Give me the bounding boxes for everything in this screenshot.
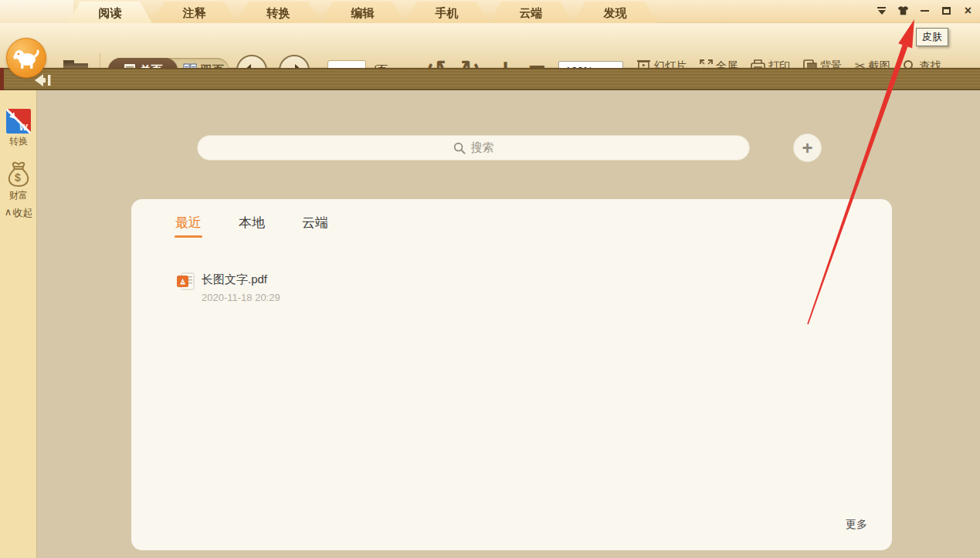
main-tabs: 阅读 注释 转换 编辑 手机 云端 发现 (68, 2, 657, 23)
panel-tab-recent[interactable]: 最近 (175, 214, 202, 238)
chevron-up-icon: ∧ (5, 206, 12, 220)
main-toolbar: 单页 双页 /页 ↺ ↻ + − 100% 幻灯片 全屏 打印 (0, 23, 980, 68)
close-button[interactable]: × (962, 5, 974, 16)
more-link[interactable]: 更多 (846, 518, 867, 532)
pdf-file-icon (176, 272, 195, 293)
sidebar-item-convert[interactable]: W 转换 (0, 109, 37, 148)
window-controls: × (876, 5, 974, 16)
collapse-toolbar-icon[interactable] (876, 5, 887, 16)
tab-cloud[interactable]: 云端 (489, 2, 573, 23)
sidebar-collapse-button[interactable]: ∧收起 (0, 206, 37, 220)
panel-tab-local[interactable]: 本地 (239, 214, 265, 238)
tab-convert[interactable]: 转换 (236, 2, 320, 23)
tab-read[interactable]: 阅读 (68, 2, 152, 23)
search-icon (453, 142, 466, 154)
file-info: 长图文字.pdf 2020-11-18 20:29 (202, 272, 280, 303)
svg-text:W: W (19, 123, 29, 132)
tab-annotate[interactable]: 注释 (152, 2, 236, 23)
skin-icon[interactable] (897, 5, 909, 16)
panel-tabs: 最近 本地 云端 (175, 214, 328, 238)
svg-text:$: $ (15, 171, 21, 184)
add-file-button[interactable]: + (793, 134, 822, 162)
tab-discover[interactable]: 发现 (573, 2, 657, 23)
collapsed-panel-bar (0, 68, 980, 90)
skin-tooltip: 皮肤 (916, 28, 948, 46)
panel-tab-cloud[interactable]: 云端 (302, 214, 328, 238)
file-name: 长图文字.pdf (202, 272, 280, 286)
file-list-item[interactable]: 长图文字.pdf 2020-11-18 20:29 (176, 272, 280, 303)
maximize-button[interactable] (941, 5, 952, 16)
pdf-to-word-icon: W (6, 109, 31, 134)
collapse-label: 收起 (12, 206, 32, 220)
convert-label: 转换 (9, 135, 28, 148)
recent-files-panel: 最近 本地 云端 长图文字.pdf 2020-11-18 20:29 更多 (131, 199, 892, 550)
left-sidebar: W 转换 $ 财富 ∧收起 (0, 90, 37, 558)
minimize-button[interactable] (919, 5, 931, 16)
wealth-label: 财富 (9, 189, 28, 202)
money-bag-icon: $ (6, 161, 31, 188)
tab-mobile[interactable]: 手机 (405, 2, 489, 23)
tab-edit[interactable]: 编辑 (320, 2, 405, 23)
sidebar-item-wealth[interactable]: $ 财富 (0, 161, 37, 202)
file-date: 2020-11-18 20:29 (202, 292, 280, 303)
title-tab-bar: 阅读 注释 转换 编辑 手机 云端 发现 (0, 0, 980, 23)
search-placeholder: 搜索 (471, 140, 494, 155)
app-logo (6, 38, 46, 78)
search-input[interactable]: 搜索 (197, 135, 750, 161)
